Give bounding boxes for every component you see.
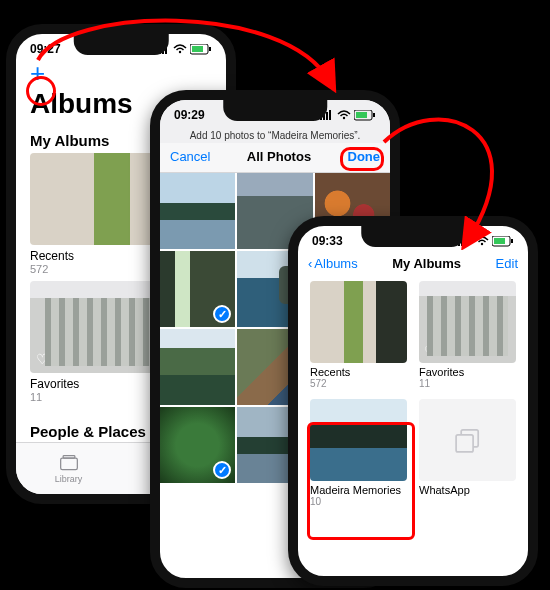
album-thumb — [310, 281, 407, 363]
svg-rect-6 — [209, 47, 211, 51]
selection-toast: Add 10 photos to “Madeira Memories”. — [160, 126, 390, 143]
svg-rect-7 — [192, 46, 203, 52]
svg-point-14 — [343, 117, 345, 119]
svg-rect-8 — [60, 458, 77, 470]
cancel-button[interactable]: Cancel — [170, 149, 210, 164]
svg-rect-21 — [467, 236, 469, 246]
notch — [223, 99, 327, 121]
status-indicators — [320, 110, 376, 121]
stack-icon — [451, 423, 485, 457]
wifi-icon — [173, 44, 187, 54]
notch — [74, 33, 169, 55]
svg-rect-24 — [511, 239, 513, 243]
photo-cell[interactable]: ✓ — [160, 407, 235, 483]
album-name: WhatsApp — [419, 481, 516, 496]
battery-icon — [190, 44, 212, 55]
svg-rect-9 — [63, 455, 75, 458]
photo-cell[interactable]: ✓ — [160, 251, 235, 327]
page-title: My Albums — [392, 256, 461, 271]
selected-check-icon: ✓ — [213, 461, 231, 479]
svg-point-4 — [179, 51, 181, 53]
svg-rect-16 — [373, 113, 375, 117]
highlight-add-button — [26, 76, 56, 106]
photo-cell[interactable] — [160, 173, 235, 249]
album-favorites[interactable]: ♡ Favorites 11 — [419, 281, 516, 389]
album-count: 11 — [419, 378, 516, 389]
tab-library[interactable]: Library — [16, 443, 121, 494]
status-time: 09:27 — [30, 42, 61, 56]
status-time: 09:29 — [174, 108, 205, 122]
highlight-new-album — [307, 422, 415, 540]
notch — [361, 225, 465, 247]
album-recents[interactable]: Recents 572 — [310, 281, 407, 389]
svg-rect-12 — [326, 112, 328, 120]
album-name: Favorites — [419, 363, 516, 378]
album-thumb-placeholder — [419, 399, 516, 481]
back-button[interactable]: ‹ Albums — [308, 256, 358, 271]
status-time: 09:33 — [312, 234, 343, 248]
svg-point-22 — [481, 243, 483, 245]
highlight-done-button — [340, 147, 384, 171]
section-label: People & Places — [30, 423, 146, 440]
svg-rect-17 — [356, 112, 367, 118]
back-label: Albums — [314, 256, 357, 271]
svg-rect-27 — [456, 435, 473, 452]
album-thumb: ♡ — [419, 281, 516, 363]
heart-icon: ♡ — [36, 351, 49, 367]
phone-my-albums: 09:33 ‹ Albums My Albums Edit Recents 57… — [288, 216, 538, 586]
albums-navbar: ‹ Albums My Albums Edit — [298, 252, 528, 277]
album-name: Recents — [310, 363, 407, 378]
battery-icon — [354, 110, 376, 121]
battery-icon — [492, 236, 514, 247]
svg-rect-20 — [464, 238, 466, 246]
photo-cell[interactable] — [160, 329, 235, 405]
chevron-left-icon: ‹ — [308, 256, 312, 271]
library-icon — [59, 454, 79, 472]
album-whatsapp[interactable]: WhatsApp — [419, 399, 516, 507]
selected-check-icon: ✓ — [213, 305, 231, 323]
heart-icon: ♡ — [424, 344, 435, 358]
svg-rect-13 — [329, 110, 331, 120]
svg-rect-25 — [494, 238, 505, 244]
picker-title: All Photos — [247, 149, 311, 164]
tab-label: Library — [55, 474, 83, 484]
wifi-icon — [475, 236, 489, 246]
wifi-icon — [337, 110, 351, 120]
edit-button[interactable]: Edit — [496, 256, 518, 271]
status-indicators — [458, 236, 514, 247]
album-count: 572 — [310, 378, 407, 389]
section-label: My Albums — [30, 132, 109, 149]
